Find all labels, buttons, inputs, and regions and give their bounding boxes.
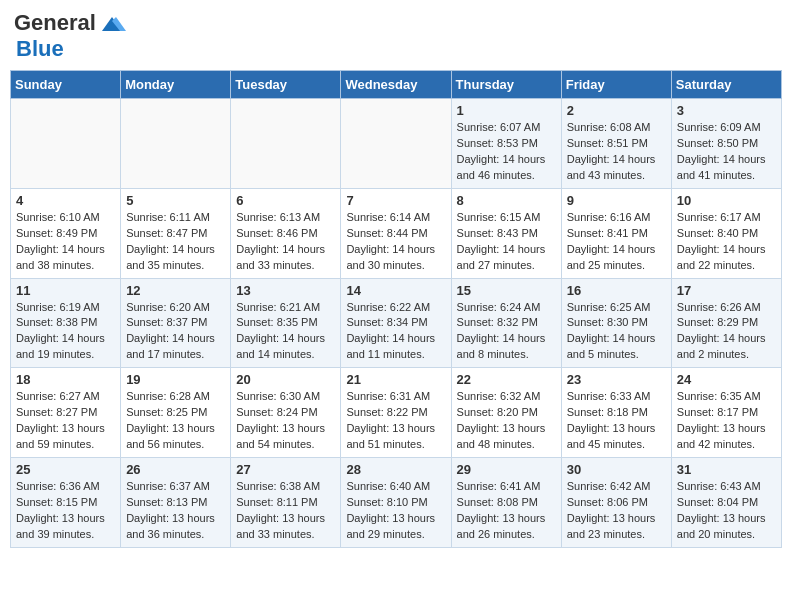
day-cell: 26Sunrise: 6:37 AMSunset: 8:13 PMDayligh… bbox=[121, 458, 231, 548]
day-info: Sunrise: 6:16 AMSunset: 8:41 PMDaylight:… bbox=[567, 210, 666, 274]
day-info: Sunrise: 6:08 AMSunset: 8:51 PMDaylight:… bbox=[567, 120, 666, 184]
day-cell: 11Sunrise: 6:19 AMSunset: 8:38 PMDayligh… bbox=[11, 278, 121, 368]
day-number: 20 bbox=[236, 372, 335, 387]
day-cell: 8Sunrise: 6:15 AMSunset: 8:43 PMDaylight… bbox=[451, 188, 561, 278]
day-cell: 18Sunrise: 6:27 AMSunset: 8:27 PMDayligh… bbox=[11, 368, 121, 458]
day-info: Sunrise: 6:40 AMSunset: 8:10 PMDaylight:… bbox=[346, 479, 445, 543]
day-number: 10 bbox=[677, 193, 776, 208]
day-info: Sunrise: 6:17 AMSunset: 8:40 PMDaylight:… bbox=[677, 210, 776, 274]
day-cell: 9Sunrise: 6:16 AMSunset: 8:41 PMDaylight… bbox=[561, 188, 671, 278]
day-info: Sunrise: 6:21 AMSunset: 8:35 PMDaylight:… bbox=[236, 300, 335, 364]
day-number: 21 bbox=[346, 372, 445, 387]
logo: General Blue bbox=[14, 10, 126, 62]
day-cell: 25Sunrise: 6:36 AMSunset: 8:15 PMDayligh… bbox=[11, 458, 121, 548]
day-cell bbox=[341, 99, 451, 189]
day-info: Sunrise: 6:22 AMSunset: 8:34 PMDaylight:… bbox=[346, 300, 445, 364]
day-info: Sunrise: 6:35 AMSunset: 8:17 PMDaylight:… bbox=[677, 389, 776, 453]
day-info: Sunrise: 6:15 AMSunset: 8:43 PMDaylight:… bbox=[457, 210, 556, 274]
day-info: Sunrise: 6:27 AMSunset: 8:27 PMDaylight:… bbox=[16, 389, 115, 453]
day-info: Sunrise: 6:31 AMSunset: 8:22 PMDaylight:… bbox=[346, 389, 445, 453]
day-cell: 5Sunrise: 6:11 AMSunset: 8:47 PMDaylight… bbox=[121, 188, 231, 278]
day-cell: 27Sunrise: 6:38 AMSunset: 8:11 PMDayligh… bbox=[231, 458, 341, 548]
day-number: 24 bbox=[677, 372, 776, 387]
day-info: Sunrise: 6:25 AMSunset: 8:30 PMDaylight:… bbox=[567, 300, 666, 364]
day-cell: 21Sunrise: 6:31 AMSunset: 8:22 PMDayligh… bbox=[341, 368, 451, 458]
day-info: Sunrise: 6:28 AMSunset: 8:25 PMDaylight:… bbox=[126, 389, 225, 453]
day-cell: 28Sunrise: 6:40 AMSunset: 8:10 PMDayligh… bbox=[341, 458, 451, 548]
day-number: 29 bbox=[457, 462, 556, 477]
day-cell: 29Sunrise: 6:41 AMSunset: 8:08 PMDayligh… bbox=[451, 458, 561, 548]
day-cell: 2Sunrise: 6:08 AMSunset: 8:51 PMDaylight… bbox=[561, 99, 671, 189]
day-cell bbox=[121, 99, 231, 189]
col-header-wednesday: Wednesday bbox=[341, 71, 451, 99]
day-info: Sunrise: 6:38 AMSunset: 8:11 PMDaylight:… bbox=[236, 479, 335, 543]
day-info: Sunrise: 6:20 AMSunset: 8:37 PMDaylight:… bbox=[126, 300, 225, 364]
day-cell: 24Sunrise: 6:35 AMSunset: 8:17 PMDayligh… bbox=[671, 368, 781, 458]
day-number: 7 bbox=[346, 193, 445, 208]
day-number: 5 bbox=[126, 193, 225, 208]
day-number: 30 bbox=[567, 462, 666, 477]
day-number: 1 bbox=[457, 103, 556, 118]
day-info: Sunrise: 6:14 AMSunset: 8:44 PMDaylight:… bbox=[346, 210, 445, 274]
col-header-monday: Monday bbox=[121, 71, 231, 99]
day-cell: 15Sunrise: 6:24 AMSunset: 8:32 PMDayligh… bbox=[451, 278, 561, 368]
day-cell: 23Sunrise: 6:33 AMSunset: 8:18 PMDayligh… bbox=[561, 368, 671, 458]
day-info: Sunrise: 6:43 AMSunset: 8:04 PMDaylight:… bbox=[677, 479, 776, 543]
day-number: 25 bbox=[16, 462, 115, 477]
day-cell: 7Sunrise: 6:14 AMSunset: 8:44 PMDaylight… bbox=[341, 188, 451, 278]
day-info: Sunrise: 6:36 AMSunset: 8:15 PMDaylight:… bbox=[16, 479, 115, 543]
day-number: 28 bbox=[346, 462, 445, 477]
day-number: 4 bbox=[16, 193, 115, 208]
day-cell: 14Sunrise: 6:22 AMSunset: 8:34 PMDayligh… bbox=[341, 278, 451, 368]
day-number: 8 bbox=[457, 193, 556, 208]
week-row-5: 25Sunrise: 6:36 AMSunset: 8:15 PMDayligh… bbox=[11, 458, 782, 548]
day-cell: 1Sunrise: 6:07 AMSunset: 8:53 PMDaylight… bbox=[451, 99, 561, 189]
day-info: Sunrise: 6:26 AMSunset: 8:29 PMDaylight:… bbox=[677, 300, 776, 364]
day-number: 17 bbox=[677, 283, 776, 298]
day-number: 16 bbox=[567, 283, 666, 298]
day-info: Sunrise: 6:07 AMSunset: 8:53 PMDaylight:… bbox=[457, 120, 556, 184]
col-header-tuesday: Tuesday bbox=[231, 71, 341, 99]
day-info: Sunrise: 6:24 AMSunset: 8:32 PMDaylight:… bbox=[457, 300, 556, 364]
day-info: Sunrise: 6:37 AMSunset: 8:13 PMDaylight:… bbox=[126, 479, 225, 543]
week-row-4: 18Sunrise: 6:27 AMSunset: 8:27 PMDayligh… bbox=[11, 368, 782, 458]
day-info: Sunrise: 6:11 AMSunset: 8:47 PMDaylight:… bbox=[126, 210, 225, 274]
day-cell: 6Sunrise: 6:13 AMSunset: 8:46 PMDaylight… bbox=[231, 188, 341, 278]
day-number: 18 bbox=[16, 372, 115, 387]
col-header-sunday: Sunday bbox=[11, 71, 121, 99]
day-info: Sunrise: 6:42 AMSunset: 8:06 PMDaylight:… bbox=[567, 479, 666, 543]
week-row-1: 1Sunrise: 6:07 AMSunset: 8:53 PMDaylight… bbox=[11, 99, 782, 189]
day-number: 15 bbox=[457, 283, 556, 298]
day-number: 13 bbox=[236, 283, 335, 298]
header-row: SundayMondayTuesdayWednesdayThursdayFrid… bbox=[11, 71, 782, 99]
day-number: 22 bbox=[457, 372, 556, 387]
day-cell: 13Sunrise: 6:21 AMSunset: 8:35 PMDayligh… bbox=[231, 278, 341, 368]
day-info: Sunrise: 6:33 AMSunset: 8:18 PMDaylight:… bbox=[567, 389, 666, 453]
day-cell: 3Sunrise: 6:09 AMSunset: 8:50 PMDaylight… bbox=[671, 99, 781, 189]
day-cell bbox=[231, 99, 341, 189]
day-info: Sunrise: 6:13 AMSunset: 8:46 PMDaylight:… bbox=[236, 210, 335, 274]
day-number: 9 bbox=[567, 193, 666, 208]
day-cell: 16Sunrise: 6:25 AMSunset: 8:30 PMDayligh… bbox=[561, 278, 671, 368]
col-header-friday: Friday bbox=[561, 71, 671, 99]
day-cell: 4Sunrise: 6:10 AMSunset: 8:49 PMDaylight… bbox=[11, 188, 121, 278]
day-info: Sunrise: 6:10 AMSunset: 8:49 PMDaylight:… bbox=[16, 210, 115, 274]
day-cell bbox=[11, 99, 121, 189]
page-header: General Blue bbox=[10, 10, 782, 62]
day-cell: 20Sunrise: 6:30 AMSunset: 8:24 PMDayligh… bbox=[231, 368, 341, 458]
day-info: Sunrise: 6:09 AMSunset: 8:50 PMDaylight:… bbox=[677, 120, 776, 184]
day-cell: 17Sunrise: 6:26 AMSunset: 8:29 PMDayligh… bbox=[671, 278, 781, 368]
day-number: 14 bbox=[346, 283, 445, 298]
day-cell: 22Sunrise: 6:32 AMSunset: 8:20 PMDayligh… bbox=[451, 368, 561, 458]
day-number: 11 bbox=[16, 283, 115, 298]
calendar-table: SundayMondayTuesdayWednesdayThursdayFrid… bbox=[10, 70, 782, 548]
day-cell: 30Sunrise: 6:42 AMSunset: 8:06 PMDayligh… bbox=[561, 458, 671, 548]
col-header-saturday: Saturday bbox=[671, 71, 781, 99]
day-cell: 10Sunrise: 6:17 AMSunset: 8:40 PMDayligh… bbox=[671, 188, 781, 278]
day-cell: 19Sunrise: 6:28 AMSunset: 8:25 PMDayligh… bbox=[121, 368, 231, 458]
logo-icon bbox=[98, 13, 126, 35]
day-info: Sunrise: 6:41 AMSunset: 8:08 PMDaylight:… bbox=[457, 479, 556, 543]
day-cell: 31Sunrise: 6:43 AMSunset: 8:04 PMDayligh… bbox=[671, 458, 781, 548]
day-number: 3 bbox=[677, 103, 776, 118]
day-info: Sunrise: 6:19 AMSunset: 8:38 PMDaylight:… bbox=[16, 300, 115, 364]
